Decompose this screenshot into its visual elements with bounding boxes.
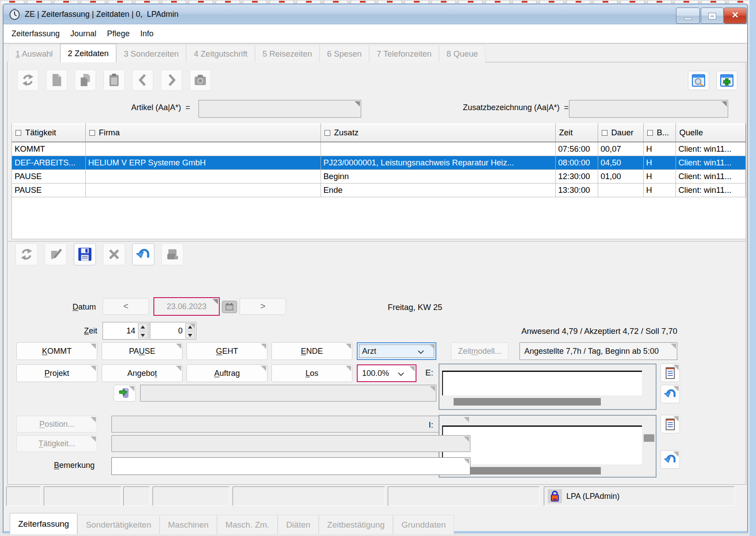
i-undo-button[interactable]	[661, 450, 680, 469]
e-memo-scrollbar[interactable]	[454, 398, 601, 406]
save-button[interactable]	[74, 243, 96, 265]
tab-4-zeitgutschrift[interactable]: 4 Zeitgutschrift	[186, 45, 255, 62]
paste-button[interactable]	[103, 69, 125, 91]
minute-down-button[interactable]	[185, 331, 195, 338]
taetigkeit-button[interactable]: Tätigkeit...	[16, 435, 97, 452]
e-undo-button[interactable]	[661, 385, 680, 403]
i-memo-text[interactable]	[442, 425, 642, 464]
hour-down-button[interactable]	[138, 331, 148, 338]
new-record-button[interactable]	[46, 69, 67, 91]
column-checkbox[interactable]	[325, 130, 330, 136]
hour-stepper[interactable]: 14	[103, 322, 149, 340]
menu-item-zeiterfassung[interactable]: Zeiterfassung	[11, 24, 60, 43]
position-field[interactable]	[111, 416, 470, 433]
search-window-button[interactable]	[688, 71, 709, 90]
bottom-tab-maschinen[interactable]: Maschinen	[160, 515, 217, 534]
tab-1-auswahl[interactable]: 1 Auswahl	[8, 45, 60, 62]
i-notes-button[interactable]	[661, 415, 680, 433]
refresh-button[interactable]	[17, 69, 38, 91]
bottom-tab-grunddaten[interactable]: Grunddaten	[393, 515, 454, 534]
bottom-tab-zeitbestätigung[interactable]: Zeitbestätigung	[319, 515, 393, 534]
column-header-dauer[interactable]: Dauer	[598, 123, 643, 142]
titlebar[interactable]: ZE | Zeiterfassung | Zeitdaten | 0, LPAd…	[4, 4, 747, 24]
column-checkbox[interactable]	[15, 130, 21, 136]
undo-button[interactable]	[132, 243, 154, 265]
taetigkeit-field[interactable]	[111, 435, 470, 452]
los-button[interactable]: Los	[271, 364, 352, 382]
tab-3-sonderzeiten[interactable]: 3 Sonderzeiten	[116, 45, 186, 62]
next-day-button[interactable]: >	[240, 298, 286, 315]
column-header-quelle[interactable]: Quelle	[676, 123, 746, 142]
next-button[interactable]	[161, 69, 182, 91]
close-button[interactable]: ✕	[724, 8, 747, 24]
tab-8-queue[interactable]: 8 Queue	[439, 45, 485, 62]
date-input[interactable]: 23.06.2023	[153, 297, 220, 316]
minute-stepper[interactable]: 0	[150, 322, 196, 340]
tab-5-reisezeiten[interactable]: 5 Reisezeiten	[255, 45, 320, 62]
e-notes-button[interactable]	[661, 364, 680, 382]
table-cell: H	[643, 156, 676, 169]
import-target-field[interactable]	[140, 385, 436, 402]
table-row[interactable]: PAUSEEnde13:30:00HClient: win11...	[12, 183, 746, 197]
copy-record-button[interactable]	[75, 69, 96, 91]
import-button[interactable]	[114, 385, 136, 402]
percent-select[interactable]: 100.0%	[357, 364, 416, 382]
sonderzeit-select[interactable]: Arzt	[357, 342, 436, 360]
bottom-tab-masch-zm[interactable]: Masch. Zm.	[217, 515, 278, 534]
artikel-filter-input[interactable]	[199, 100, 361, 118]
column-checkbox[interactable]	[647, 130, 653, 136]
add-window-button[interactable]	[716, 71, 737, 90]
previous-button[interactable]	[132, 69, 153, 91]
zusatzbezeichnung-filter-input[interactable]	[569, 100, 728, 118]
form-refresh-button[interactable]	[15, 243, 38, 265]
hour-up-button[interactable]	[138, 323, 148, 330]
zeitmodell-button[interactable]: Zeitmodell...	[451, 342, 508, 360]
snapshot-button[interactable]	[190, 69, 211, 91]
prev-day-button[interactable]: <	[103, 298, 149, 315]
maximize-button[interactable]	[701, 8, 724, 24]
e-memo-text[interactable]	[442, 371, 642, 395]
menu-item-journal[interactable]: Journal	[70, 24, 96, 43]
column-checkbox[interactable]	[602, 130, 607, 136]
column-header-b[interactable]: B...	[643, 123, 676, 142]
kommt-button[interactable]: KOMMT	[16, 342, 97, 360]
tab-6-spesen[interactable]: 6 Spesen	[320, 45, 369, 62]
calendar-picker-button[interactable]	[222, 301, 237, 313]
auftrag-button[interactable]: Auftrag	[187, 364, 267, 382]
delete-button[interactable]	[103, 243, 125, 265]
background-tab-mark	[737, 1, 743, 3]
table-row[interactable]: DEF-ARBEITS...HELIUM V ERP Systeme GmbHP…	[12, 156, 746, 169]
artikel-filter-label: Artikel (Aa|A*) =	[102, 103, 190, 112]
pause-button[interactable]: PAUSE	[102, 342, 183, 360]
i-memo-grip[interactable]	[644, 434, 654, 442]
projekt-button[interactable]: Projekt	[16, 364, 97, 382]
duplicate-button[interactable]	[161, 243, 183, 265]
bottom-tab-zeiterfassung[interactable]: Zeiterfassung	[10, 513, 77, 534]
minute-up-button[interactable]	[185, 323, 195, 330]
form-edit-button[interactable]	[45, 243, 67, 265]
tab-7-telefonzeiten[interactable]: 7 Telefonzeiten	[369, 45, 439, 62]
column-header-zusatz[interactable]: Zusatz	[321, 123, 555, 142]
table-row[interactable]: KOMMT07:56:0000,07HClient: win11...	[12, 142, 746, 156]
ende-button[interactable]: ENDE	[271, 342, 352, 360]
position-button[interactable]: Position...	[16, 416, 97, 433]
column-checkbox[interactable]	[89, 130, 95, 136]
table-cell: Client: win11...	[676, 156, 746, 169]
column-header-zeit[interactable]: Zeit	[555, 123, 598, 142]
bottom-tab-diäten[interactable]: Diäten	[278, 515, 319, 534]
table-row[interactable]: PAUSEBeginn12:30:0001,00HClient: win11..…	[12, 169, 746, 183]
geht-button[interactable]: GEHT	[187, 342, 267, 360]
minimize-button[interactable]	[676, 8, 700, 24]
column-header-tätigkeit[interactable]: Tätigkeit	[12, 123, 85, 142]
angebot-button[interactable]: Angebot	[102, 364, 183, 382]
bottom-tab-sondertätigkeiten[interactable]: Sondertätigkeiten	[77, 515, 160, 534]
column-header-firma[interactable]: Firma	[85, 123, 321, 142]
tab-2-zeitdaten[interactable]: 2 Zeitdaten	[60, 44, 116, 62]
menu-item-pflege[interactable]: Pflege	[107, 24, 130, 43]
bemerkung-input[interactable]	[111, 457, 470, 475]
status-panel-6	[388, 486, 540, 506]
i-memo-scrollbar[interactable]	[454, 467, 601, 475]
table-cell: 04,50	[598, 156, 643, 169]
menu-item-info[interactable]: Info	[140, 24, 153, 43]
status-panel-5	[233, 486, 385, 506]
